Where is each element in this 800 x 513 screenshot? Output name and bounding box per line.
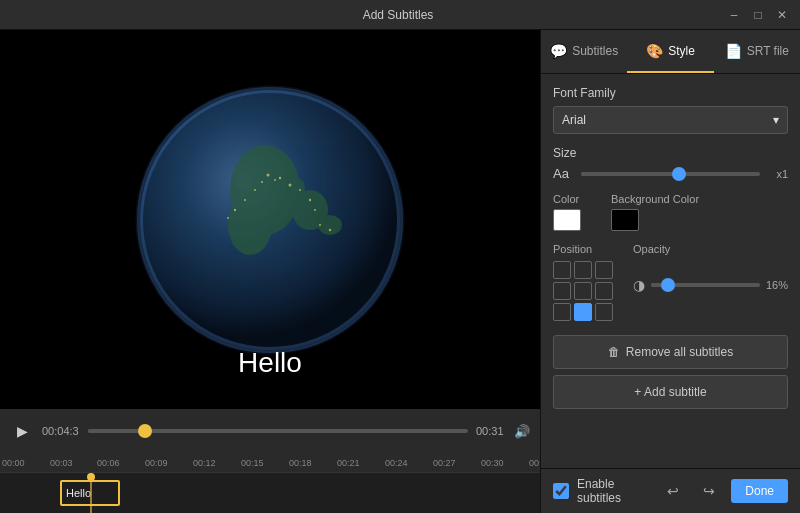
pos-mid-left[interactable]	[553, 282, 571, 300]
timeline-ruler: 00:00 00:03 00:06 00:09 00:12 00:15 00:1…	[0, 453, 540, 473]
tick-label-7: 00:21	[337, 458, 360, 468]
srt-icon: 📄	[725, 43, 742, 59]
panel-footer: Enable subtitles ↩ ↪ Done	[541, 468, 800, 513]
svg-point-19	[319, 224, 321, 226]
position-group: Position	[553, 243, 613, 321]
svg-point-20	[329, 228, 331, 230]
tab-style[interactable]: 🎨 Style	[627, 30, 713, 73]
tick-label-4: 00:12	[193, 458, 216, 468]
svg-point-8	[274, 179, 276, 181]
size-value: x1	[768, 168, 788, 180]
size-row: Aa x1	[553, 166, 788, 181]
tick-label-9: 00:27	[433, 458, 456, 468]
maximize-button[interactable]: □	[750, 7, 766, 23]
pos-top-center[interactable]	[574, 261, 592, 279]
size-slider-thumb	[672, 167, 686, 181]
tick-label-8: 00:24	[385, 458, 408, 468]
style-icon: 🎨	[646, 43, 663, 59]
timeline: 00:00 00:03 00:06 00:09 00:12 00:15 00:1…	[0, 453, 540, 513]
enable-subtitles-checkbox[interactable]	[553, 483, 569, 499]
subtitles-icon: 💬	[550, 43, 567, 59]
opacity-slider[interactable]	[651, 283, 760, 287]
pos-mid-right[interactable]	[595, 282, 613, 300]
position-grid	[553, 261, 613, 321]
opacity-group: Opacity ◑ 16%	[633, 243, 788, 321]
font-family-dropdown[interactable]: Arial ▾	[553, 106, 788, 134]
pos-bot-right[interactable]	[595, 303, 613, 321]
svg-point-18	[227, 217, 229, 219]
font-family-value: Arial	[562, 113, 586, 127]
playhead	[90, 473, 92, 513]
svg-point-15	[314, 209, 316, 211]
bg-color-swatch[interactable]	[611, 209, 639, 231]
pos-bot-center[interactable]	[574, 303, 592, 321]
opacity-value: 16%	[766, 279, 788, 291]
tick-label-1: 00:03	[50, 458, 73, 468]
playhead-head	[87, 473, 95, 481]
color-label: Color	[553, 193, 581, 205]
position-opacity-row: Position Opacity	[553, 243, 788, 321]
volume-icon[interactable]: 🔊	[514, 424, 530, 439]
opacity-slider-thumb	[661, 278, 675, 292]
tick-label-3: 00:09	[145, 458, 168, 468]
pos-top-right[interactable]	[595, 261, 613, 279]
controls-bar: ▶ 00:04:3 00:31 🔊	[0, 409, 540, 453]
video-subtitle: Hello	[238, 347, 302, 379]
progress-fill	[88, 429, 145, 433]
svg-point-7	[267, 173, 270, 176]
pos-top-left[interactable]	[553, 261, 571, 279]
redo-button[interactable]: ↪	[695, 477, 723, 505]
add-subtitle-button[interactable]: + Add subtitle	[553, 375, 788, 409]
title-bar: Add Subtitles – □ ✕	[0, 0, 800, 30]
size-small-label: Aa	[553, 166, 573, 181]
remove-all-button[interactable]: 🗑 Remove all subtitles	[553, 335, 788, 369]
tick-label-11: 00:33	[529, 458, 540, 468]
size-section-label: Size	[553, 146, 788, 160]
tick-label-2: 00:06	[97, 458, 120, 468]
size-slider-fill	[581, 172, 679, 176]
position-label: Position	[553, 243, 613, 255]
right-panel: 💬 Subtitles 🎨 Style 📄 SRT file Font Fami…	[540, 30, 800, 513]
window-controls: – □ ✕	[726, 7, 790, 23]
tick-label-5: 00:15	[241, 458, 264, 468]
opacity-icon: ◑	[633, 277, 645, 293]
size-slider[interactable]	[581, 172, 760, 176]
video-panel: Hello ▶ 00:04:3 00:31 🔊 00:00 00:03 00:0…	[0, 30, 540, 513]
color-group: Color	[553, 193, 581, 231]
trash-icon: 🗑	[608, 345, 620, 359]
svg-point-6	[318, 215, 342, 235]
earth-globe	[120, 70, 420, 370]
opacity-row: ◑ 16%	[633, 277, 788, 293]
color-swatch[interactable]	[553, 209, 581, 231]
undo-button[interactable]: ↩	[659, 477, 687, 505]
video-area: Hello	[0, 30, 540, 409]
color-row: Color Background Color	[553, 193, 788, 231]
done-button[interactable]: Done	[731, 479, 788, 503]
svg-point-12	[289, 183, 292, 186]
font-family-label: Font Family	[553, 86, 788, 100]
tick-label-0: 00:00	[2, 458, 25, 468]
tick-label-10: 00:30	[481, 458, 504, 468]
tab-subtitles[interactable]: 💬 Subtitles	[541, 30, 627, 73]
svg-point-11	[254, 189, 256, 191]
svg-point-9	[261, 181, 263, 183]
pos-mid-center[interactable]	[574, 282, 592, 300]
tabs-header: 💬 Subtitles 🎨 Style 📄 SRT file	[541, 30, 800, 74]
bg-color-label: Background Color	[611, 193, 699, 205]
total-time: 00:31	[476, 425, 506, 437]
svg-point-10	[279, 176, 281, 178]
close-button[interactable]: ✕	[774, 7, 790, 23]
play-button[interactable]: ▶	[10, 419, 34, 443]
progress-thumb	[138, 424, 152, 438]
current-time: 00:04:3	[42, 425, 80, 437]
dropdown-arrow-icon: ▾	[773, 113, 779, 127]
progress-bar[interactable]	[88, 429, 468, 433]
minimize-button[interactable]: –	[726, 7, 742, 23]
svg-point-17	[234, 208, 236, 210]
panel-content: Font Family Arial ▾ Size Aa x1 Color	[541, 74, 800, 468]
tab-srt[interactable]: 📄 SRT file	[714, 30, 800, 73]
svg-point-14	[309, 198, 311, 200]
enable-subtitles-label: Enable subtitles	[577, 477, 651, 505]
opacity-label: Opacity	[633, 243, 788, 255]
pos-bot-left[interactable]	[553, 303, 571, 321]
